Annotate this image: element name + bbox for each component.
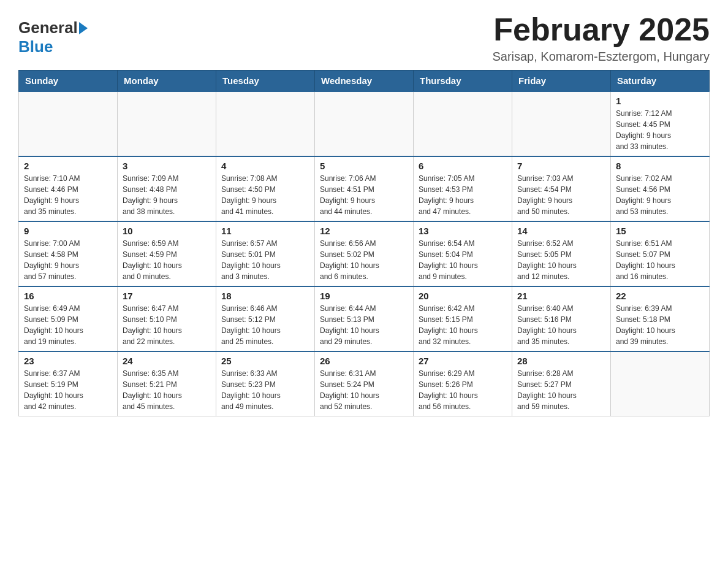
- calendar-day: [315, 91, 414, 156]
- calendar-week-1: 1Sunrise: 7:12 AM Sunset: 4:45 PM Daylig…: [19, 91, 710, 156]
- day-number: 8: [616, 161, 704, 171]
- day-number: 21: [517, 291, 605, 301]
- day-info: Sunrise: 7:03 AM Sunset: 4:54 PM Dayligh…: [517, 173, 605, 217]
- calendar-day: [216, 91, 315, 156]
- day-info: Sunrise: 6:37 AM Sunset: 5:19 PM Dayligh…: [24, 368, 112, 412]
- calendar-week-3: 9Sunrise: 7:00 AM Sunset: 4:58 PM Daylig…: [19, 221, 710, 286]
- day-number: 22: [616, 291, 704, 301]
- calendar-body: 1Sunrise: 7:12 AM Sunset: 4:45 PM Daylig…: [19, 91, 710, 416]
- day-info: Sunrise: 7:05 AM Sunset: 4:53 PM Dayligh…: [419, 173, 507, 217]
- calendar-day: [19, 91, 118, 156]
- day-number: 14: [517, 226, 605, 236]
- calendar-day: 9Sunrise: 7:00 AM Sunset: 4:58 PM Daylig…: [19, 221, 118, 286]
- day-number: 20: [419, 291, 507, 301]
- calendar-day: 13Sunrise: 6:54 AM Sunset: 5:04 PM Dayli…: [414, 221, 512, 286]
- day-info: Sunrise: 7:08 AM Sunset: 4:50 PM Dayligh…: [221, 173, 309, 217]
- day-info: Sunrise: 6:54 AM Sunset: 5:04 PM Dayligh…: [419, 238, 507, 282]
- calendar-day: 22Sunrise: 6:39 AM Sunset: 5:18 PM Dayli…: [611, 286, 710, 351]
- day-number: 17: [123, 291, 211, 301]
- day-number: 2: [24, 161, 112, 171]
- day-number: 7: [517, 161, 605, 171]
- calendar-day: [512, 91, 611, 156]
- day-info: Sunrise: 6:39 AM Sunset: 5:18 PM Dayligh…: [616, 303, 704, 347]
- calendar-day: 12Sunrise: 6:56 AM Sunset: 5:02 PM Dayli…: [315, 221, 414, 286]
- calendar-day: 25Sunrise: 6:33 AM Sunset: 5:23 PM Dayli…: [216, 351, 315, 416]
- day-number: 15: [616, 226, 704, 236]
- day-info: Sunrise: 7:02 AM Sunset: 4:56 PM Dayligh…: [616, 173, 704, 217]
- day-number: 5: [320, 161, 408, 171]
- calendar-day: 23Sunrise: 6:37 AM Sunset: 5:19 PM Dayli…: [19, 351, 118, 416]
- calendar-day: 4Sunrise: 7:08 AM Sunset: 4:50 PM Daylig…: [216, 156, 315, 221]
- logo-general-text: General: [18, 18, 78, 37]
- day-info: Sunrise: 6:35 AM Sunset: 5:21 PM Dayligh…: [123, 368, 211, 412]
- day-info: Sunrise: 6:49 AM Sunset: 5:09 PM Dayligh…: [24, 303, 112, 347]
- day-info: Sunrise: 6:29 AM Sunset: 5:26 PM Dayligh…: [419, 368, 507, 412]
- day-info: Sunrise: 6:56 AM Sunset: 5:02 PM Dayligh…: [320, 238, 408, 282]
- calendar-day: 27Sunrise: 6:29 AM Sunset: 5:26 PM Dayli…: [414, 351, 512, 416]
- calendar-day: 19Sunrise: 6:44 AM Sunset: 5:13 PM Dayli…: [315, 286, 414, 351]
- day-info: Sunrise: 7:09 AM Sunset: 4:48 PM Dayligh…: [123, 173, 211, 217]
- calendar-day: 3Sunrise: 7:09 AM Sunset: 4:48 PM Daylig…: [118, 156, 216, 221]
- calendar-day: 16Sunrise: 6:49 AM Sunset: 5:09 PM Dayli…: [19, 286, 118, 351]
- day-header-friday: Friday: [512, 71, 611, 92]
- day-info: Sunrise: 6:57 AM Sunset: 5:01 PM Dayligh…: [221, 238, 309, 282]
- calendar-week-4: 16Sunrise: 6:49 AM Sunset: 5:09 PM Dayli…: [19, 286, 710, 351]
- calendar-day: 11Sunrise: 6:57 AM Sunset: 5:01 PM Dayli…: [216, 221, 315, 286]
- logo: General Blue: [18, 18, 88, 56]
- day-number: 18: [221, 291, 309, 301]
- day-info: Sunrise: 6:52 AM Sunset: 5:05 PM Dayligh…: [517, 238, 605, 282]
- calendar-day: [118, 91, 216, 156]
- day-header-monday: Monday: [118, 71, 216, 92]
- day-number: 28: [517, 356, 605, 366]
- month-title: February 2025: [492, 12, 710, 47]
- calendar-day: 18Sunrise: 6:46 AM Sunset: 5:12 PM Dayli…: [216, 286, 315, 351]
- calendar-week-5: 23Sunrise: 6:37 AM Sunset: 5:19 PM Dayli…: [19, 351, 710, 416]
- day-header-tuesday: Tuesday: [216, 71, 315, 92]
- day-info: Sunrise: 6:28 AM Sunset: 5:27 PM Dayligh…: [517, 368, 605, 412]
- day-number: 1: [616, 96, 704, 106]
- day-header-wednesday: Wednesday: [315, 71, 414, 92]
- days-of-week-row: SundayMondayTuesdayWednesdayThursdayFrid…: [19, 71, 710, 92]
- calendar-day: 21Sunrise: 6:40 AM Sunset: 5:16 PM Dayli…: [512, 286, 611, 351]
- day-info: Sunrise: 6:47 AM Sunset: 5:10 PM Dayligh…: [123, 303, 211, 347]
- calendar-week-2: 2Sunrise: 7:10 AM Sunset: 4:46 PM Daylig…: [19, 156, 710, 221]
- day-info: Sunrise: 6:44 AM Sunset: 5:13 PM Dayligh…: [320, 303, 408, 347]
- day-number: 3: [123, 161, 211, 171]
- calendar-day: 10Sunrise: 6:59 AM Sunset: 4:59 PM Dayli…: [118, 221, 216, 286]
- calendar-day: 2Sunrise: 7:10 AM Sunset: 4:46 PM Daylig…: [19, 156, 118, 221]
- logo-blue-text: Blue: [18, 37, 53, 56]
- calendar-day: 24Sunrise: 6:35 AM Sunset: 5:21 PM Dayli…: [118, 351, 216, 416]
- day-header-saturday: Saturday: [611, 71, 710, 92]
- day-info: Sunrise: 6:40 AM Sunset: 5:16 PM Dayligh…: [517, 303, 605, 347]
- day-number: 4: [221, 161, 309, 171]
- calendar-day: [414, 91, 512, 156]
- calendar-day: [611, 351, 710, 416]
- day-number: 13: [419, 226, 507, 236]
- calendar-day: 14Sunrise: 6:52 AM Sunset: 5:05 PM Dayli…: [512, 221, 611, 286]
- day-number: 11: [221, 226, 309, 236]
- calendar-day: 5Sunrise: 7:06 AM Sunset: 4:51 PM Daylig…: [315, 156, 414, 221]
- day-number: 24: [123, 356, 211, 366]
- day-header-sunday: Sunday: [19, 71, 118, 92]
- day-info: Sunrise: 7:06 AM Sunset: 4:51 PM Dayligh…: [320, 173, 408, 217]
- day-number: 9: [24, 226, 112, 236]
- day-number: 6: [419, 161, 507, 171]
- calendar-day: 20Sunrise: 6:42 AM Sunset: 5:15 PM Dayli…: [414, 286, 512, 351]
- day-info: Sunrise: 6:51 AM Sunset: 5:07 PM Dayligh…: [616, 238, 704, 282]
- day-number: 10: [123, 226, 211, 236]
- logo-arrow-icon: [79, 22, 88, 34]
- calendar-day: 7Sunrise: 7:03 AM Sunset: 4:54 PM Daylig…: [512, 156, 611, 221]
- title-block: February 2025 Sarisap, Komarom-Esztergom…: [492, 12, 710, 64]
- day-info: Sunrise: 6:33 AM Sunset: 5:23 PM Dayligh…: [221, 368, 309, 412]
- day-number: 16: [24, 291, 112, 301]
- page-header: General Blue February 2025 Sarisap, Koma…: [18, 12, 710, 64]
- calendar-day: 28Sunrise: 6:28 AM Sunset: 5:27 PM Dayli…: [512, 351, 611, 416]
- calendar-day: 1Sunrise: 7:12 AM Sunset: 4:45 PM Daylig…: [611, 91, 710, 156]
- day-header-thursday: Thursday: [414, 71, 512, 92]
- day-number: 26: [320, 356, 408, 366]
- calendar-day: 6Sunrise: 7:05 AM Sunset: 4:53 PM Daylig…: [414, 156, 512, 221]
- day-info: Sunrise: 6:31 AM Sunset: 5:24 PM Dayligh…: [320, 368, 408, 412]
- day-info: Sunrise: 6:59 AM Sunset: 4:59 PM Dayligh…: [123, 238, 211, 282]
- location-text: Sarisap, Komarom-Esztergom, Hungary: [492, 50, 710, 64]
- day-info: Sunrise: 6:42 AM Sunset: 5:15 PM Dayligh…: [419, 303, 507, 347]
